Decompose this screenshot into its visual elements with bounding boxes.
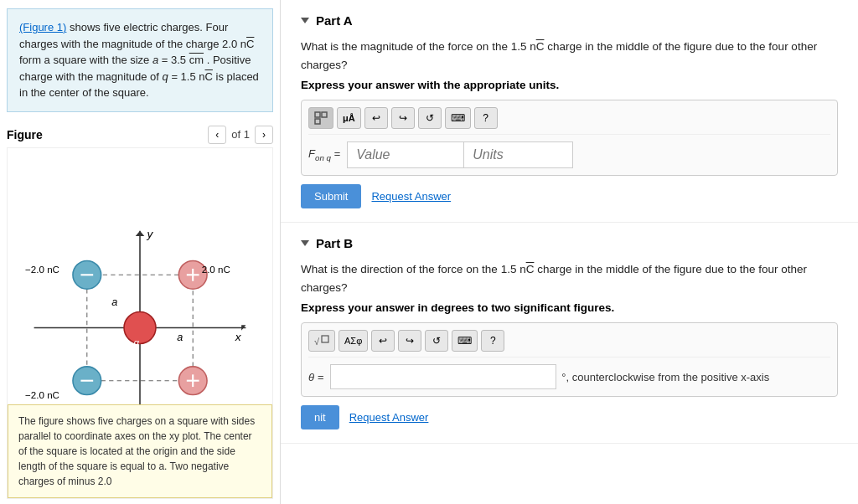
part-a-input-row: Fon q =: [308, 141, 830, 168]
left-panel: (Figure 1) shows five electric charges. …: [0, 0, 281, 504]
part-a-label: Part A: [316, 13, 353, 28]
toolbar-a-help-btn[interactable]: ?: [474, 107, 498, 129]
part-b-degree-suffix: °, counterclockwise from the positive x-…: [561, 371, 769, 383]
svg-text:−2.0 nC: −2.0 nC: [25, 265, 59, 275]
figure-link[interactable]: (Figure 1): [19, 21, 66, 33]
toolbar-a-refresh-btn[interactable]: ↺: [418, 107, 442, 129]
svg-text:a: a: [177, 332, 183, 343]
toolbar-a-undo-btn[interactable]: ↩: [364, 107, 388, 129]
toolbar-a-units-btn[interactable]: μÅ: [337, 107, 361, 129]
svg-text:y: y: [146, 228, 153, 240]
part-b-collapse-icon: [301, 240, 309, 246]
part-b-input-row: θ = °, counterclockwise from the positiv…: [308, 364, 830, 389]
tooltip-text: The figure shows five charges on a squar…: [18, 415, 255, 487]
toolbar-a-keyboard-btn[interactable]: ⌨: [445, 107, 471, 129]
right-panel: Part A What is the magnitude of the forc…: [281, 0, 858, 504]
toolbar-b-symbols-btn[interactable]: ΑΣφ: [339, 330, 368, 352]
toolbar-a-redo-btn[interactable]: ↪: [391, 107, 415, 129]
part-a-value-input[interactable]: [347, 141, 464, 168]
part-b-header[interactable]: Part B: [301, 236, 838, 250]
toolbar-b-sqrt-btn[interactable]: √: [308, 330, 335, 352]
figure-tooltip: The figure shows five charges on a squar…: [8, 404, 272, 498]
part-a-units-input[interactable]: [464, 141, 573, 168]
svg-text:q: q: [134, 337, 140, 347]
svg-text:x: x: [235, 331, 242, 343]
figure-navigation: ‹ of 1 ›: [208, 126, 273, 144]
toolbar-b-keyboard-btn[interactable]: ⌨: [452, 330, 478, 352]
part-a-express: Express your answer with the appropriate…: [301, 79, 838, 91]
part-a-answer-box: μÅ ↩ ↪ ↺ ⌨ ? Fon q =: [301, 100, 838, 176]
figure-page: of 1: [231, 128, 250, 141]
part-a-section: Part A What is the magnitude of the forc…: [281, 0, 858, 223]
figure-title: Figure: [7, 128, 43, 141]
part-a-request-answer-button[interactable]: Request Answer: [371, 190, 451, 203]
part-b-label: Part B: [316, 236, 353, 250]
part-b-request-answer-button[interactable]: Request Answer: [349, 411, 429, 424]
svg-rect-27: [315, 112, 320, 117]
toolbar-b-help-btn[interactable]: ?: [481, 330, 504, 352]
svg-rect-31: [322, 336, 328, 342]
part-b-actions: nit Request Answer: [301, 405, 838, 429]
part-a-collapse-icon: [301, 18, 309, 23]
svg-text:−2.0 nC: −2.0 nC: [25, 389, 59, 399]
figure-header: Figure ‹ of 1 ›: [7, 126, 273, 144]
part-a-actions: Submit Request Answer: [301, 184, 838, 208]
figure-next-button[interactable]: ›: [255, 126, 273, 144]
svg-rect-29: [315, 119, 320, 124]
part-b-theta-input[interactable]: [330, 364, 556, 389]
part-a-toolbar: μÅ ↩ ↪ ↺ ⌨ ?: [308, 107, 830, 135]
svg-point-25: [124, 311, 156, 343]
part-a-submit-button[interactable]: Submit: [301, 184, 361, 208]
problem-description: (Figure 1) shows five electric charges. …: [7, 8, 273, 112]
svg-rect-28: [322, 112, 327, 117]
part-b-section: Part B What is the direction of the forc…: [281, 223, 858, 444]
part-b-toolbar: √ ΑΣφ ↩ ↪ ↺ ⌨ ?: [308, 330, 830, 357]
part-b-question: What is the direction of the force on th…: [301, 260, 838, 296]
part-b-input-label: θ =: [308, 371, 323, 383]
figure-section: Figure ‹ of 1 › x y: [0, 121, 280, 505]
toolbar-b-refresh-btn[interactable]: ↺: [425, 330, 448, 352]
toolbar-b-redo-btn[interactable]: ↪: [398, 330, 421, 352]
figure-canvas: x y a a −2.0 nC 2.0 nC: [7, 147, 273, 500]
part-a-question: What is the magnitude of the force on th…: [301, 38, 838, 74]
part-a-header[interactable]: Part A: [301, 13, 838, 28]
svg-text:2.0 nC: 2.0 nC: [202, 265, 230, 275]
part-b-express: Express your answer in degrees to two si…: [301, 301, 838, 314]
part-b-submit-button[interactable]: nit: [301, 405, 339, 429]
toolbar-b-undo-btn[interactable]: ↩: [371, 330, 395, 352]
toolbar-a-matrix-btn[interactable]: [308, 107, 333, 129]
figure-prev-button[interactable]: ‹: [208, 126, 226, 144]
svg-text:√: √: [314, 337, 320, 347]
svg-text:a: a: [111, 296, 117, 308]
svg-marker-3: [136, 230, 145, 235]
part-a-input-label: Fon q =: [308, 147, 340, 162]
part-b-answer-box: √ ΑΣφ ↩ ↪ ↺ ⌨ ? θ = °, counterclockwise …: [301, 322, 838, 397]
